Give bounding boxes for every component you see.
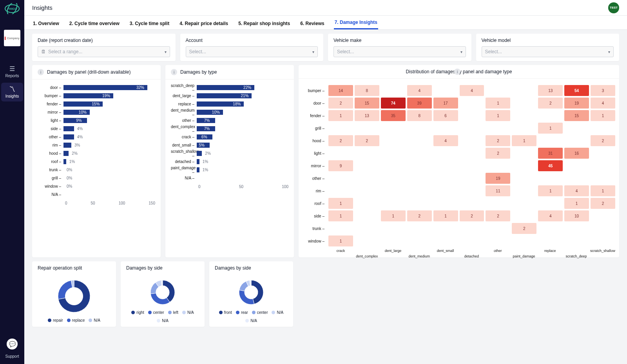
heatmap-cell[interactable] [564, 223, 589, 234]
tab--cycle-time-split[interactable]: 3. Cycle time split [129, 18, 170, 29]
heatmap-cell[interactable] [407, 223, 432, 234]
heatmap-cell[interactable] [512, 148, 536, 159]
repair-split-chart[interactable] [56, 279, 92, 314]
heatmap-cell[interactable] [355, 123, 379, 134]
sidebar-item-reports[interactable]: ☰Reports [1, 62, 23, 81]
heatmap-cell[interactable] [381, 173, 406, 184]
heatmap-cell[interactable] [460, 135, 484, 146]
heatmap-cell[interactable]: 2 [407, 210, 432, 221]
heatmap-cell[interactable] [460, 173, 484, 184]
damages-side2-chart[interactable] [237, 279, 265, 306]
heatmap-cell[interactable]: 2 [512, 223, 536, 234]
heatmap-cell[interactable] [407, 148, 432, 159]
heatmap-cell[interactable] [460, 198, 484, 209]
heatmap-cell[interactable] [433, 173, 458, 184]
heatmap-cell[interactable] [564, 123, 589, 134]
heatmap-cell[interactable]: 1 [328, 235, 353, 246]
info-icon[interactable]: i [38, 69, 44, 75]
heatmap-cell[interactable] [433, 185, 458, 196]
heatmap-cell[interactable]: 1 [564, 198, 589, 209]
heatmap-cell[interactable] [486, 160, 510, 171]
heatmap-cell[interactable] [381, 148, 406, 159]
heatmap-cell[interactable]: 15 [355, 98, 379, 109]
heatmap-cell[interactable] [512, 235, 536, 246]
tab--repair-shop-insights[interactable]: 5. Repair shop insights [237, 18, 291, 29]
heatmap-cell[interactable] [460, 98, 484, 109]
heatmap-cell[interactable]: 8 [407, 110, 432, 121]
heatmap-cell[interactable]: 2 [328, 98, 353, 109]
heatmap-cell[interactable] [407, 173, 432, 184]
heatmap-cell[interactable]: 6 [433, 110, 458, 121]
heatmap-cell[interactable]: 74 [381, 98, 406, 109]
heatmap-cell[interactable] [328, 123, 353, 134]
heatmap-cell[interactable] [433, 235, 458, 246]
heatmap-cell[interactable]: 1 [328, 110, 353, 121]
legend-item[interactable]: N/A [89, 318, 100, 322]
heatmap-cell[interactable] [538, 110, 563, 121]
heatmap-cell[interactable] [355, 235, 379, 246]
legend-item[interactable]: rear [236, 310, 248, 315]
heatmap-cell[interactable] [407, 123, 432, 134]
heatmap-cell[interactable] [433, 198, 458, 209]
heatmap-cell[interactable]: 1 [486, 98, 510, 109]
heatmap-cell[interactable]: 19 [564, 98, 589, 109]
heatmap-cell[interactable]: 1 [433, 210, 458, 221]
info-icon[interactable]: i [171, 69, 177, 75]
heatmap-cell[interactable]: 3 [591, 85, 615, 96]
legend-item[interactable]: replace [67, 318, 85, 322]
heatmap-cell[interactable]: 1 [591, 110, 615, 121]
heatmap-cell[interactable] [512, 198, 536, 209]
heatmap-cell[interactable] [486, 85, 510, 96]
account-logo[interactable]: ▌Company [4, 30, 20, 46]
heatmap-cell[interactable]: 1 [328, 210, 353, 221]
heatmap-cell[interactable]: 1 [538, 123, 563, 134]
legend-item[interactable]: N/A [157, 319, 169, 323]
heatmap-cell[interactable]: 10 [564, 210, 589, 221]
heatmap-cell[interactable] [355, 198, 379, 209]
filter-account-select[interactable]: Select... ▾ [186, 46, 318, 57]
heatmap-cell[interactable] [328, 185, 353, 196]
heatmap-cell[interactable] [381, 198, 406, 209]
heatmap-cell[interactable] [538, 223, 563, 234]
heatmap-cell[interactable] [381, 85, 406, 96]
heatmap-cell[interactable]: 1 [512, 135, 536, 146]
heatmap-cell[interactable] [564, 160, 589, 171]
heatmap-cell[interactable] [328, 148, 353, 159]
damages-type-chart[interactable]: scratch_deep –22%dent_large –21%replace … [171, 83, 288, 182]
heatmap-cell[interactable]: 19 [486, 173, 510, 184]
heatmap-cell[interactable]: 31 [538, 148, 563, 159]
tab--overview[interactable]: 1. Overview [32, 18, 60, 29]
legend-item[interactable]: right [131, 310, 144, 315]
heatmap-chart[interactable]: bumper –1484413543door –21574391712194fe… [303, 85, 615, 246]
filter-date-select[interactable]: 🗓Select a range... ▾ [38, 46, 170, 57]
heatmap-cell[interactable] [591, 173, 615, 184]
heatmap-cell[interactable]: 4 [433, 135, 458, 146]
heatmap-cell[interactable] [355, 160, 379, 171]
legend-item[interactable]: left [168, 310, 178, 315]
heatmap-cell[interactable]: 4 [460, 85, 484, 96]
heatmap-cell[interactable]: 15 [564, 110, 589, 121]
heatmap-cell[interactable] [355, 148, 379, 159]
sidebar-item-insights[interactable]: 〽Insights [1, 83, 23, 101]
heatmap-cell[interactable]: 2 [355, 135, 379, 146]
heatmap-cell[interactable] [591, 235, 615, 246]
legend-item[interactable]: front [219, 310, 232, 315]
legend-item[interactable]: N/A [182, 310, 194, 315]
heatmap-cell[interactable]: 2 [486, 135, 510, 146]
heatmap-cell[interactable] [433, 123, 458, 134]
damages-side1-chart[interactable] [149, 279, 176, 306]
heatmap-cell[interactable] [328, 173, 353, 184]
heatmap-cell[interactable] [538, 173, 563, 184]
heatmap-cell[interactable]: 17 [433, 98, 458, 109]
heatmap-cell[interactable] [512, 210, 536, 221]
heatmap-cell[interactable] [512, 173, 536, 184]
tab--reviews[interactable]: 6. Reviews [299, 18, 325, 29]
tab--repair-price-details[interactable]: 4. Repair price details [179, 18, 229, 29]
heatmap-cell[interactable]: 2 [328, 135, 353, 146]
tab--damage-insights[interactable]: 7. Damage Insights [334, 16, 378, 29]
heatmap-cell[interactable] [381, 135, 406, 146]
support-button[interactable]: 💬 [7, 339, 18, 350]
filter-vehicle-model-select[interactable]: Select... ▾ [482, 46, 614, 57]
heatmap-cell[interactable]: 1 [591, 185, 615, 196]
heatmap-cell[interactable]: 1 [381, 210, 406, 221]
